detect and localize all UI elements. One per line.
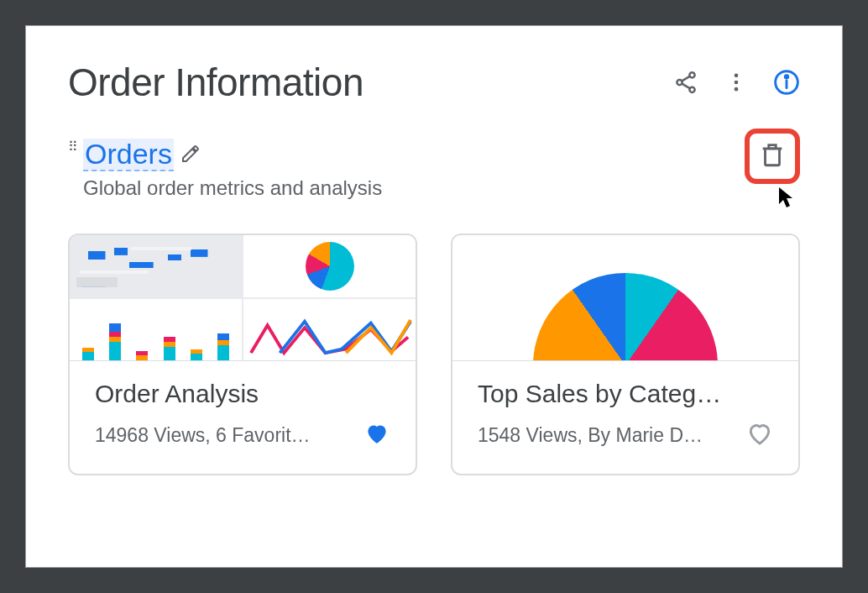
svg-point-10 xyxy=(785,76,787,78)
trash-icon[interactable] xyxy=(758,140,787,172)
svg-line-3 xyxy=(682,76,689,81)
section-header: ⠿ Orders Global order metrics and analys… xyxy=(68,139,800,200)
svg-line-4 xyxy=(682,84,689,89)
section-subtitle: Global order metrics and analysis xyxy=(83,176,382,200)
mouse-cursor-icon xyxy=(776,186,797,213)
info-icon[interactable] xyxy=(773,69,800,96)
header-actions xyxy=(672,69,800,96)
svg-point-5 xyxy=(735,74,739,78)
svg-point-6 xyxy=(735,81,739,85)
card-title: Order Analysis xyxy=(95,380,390,408)
delete-button-highlight xyxy=(745,129,800,184)
card-preview xyxy=(70,235,416,361)
map-thumbnail xyxy=(70,235,242,297)
share-icon[interactable] xyxy=(672,69,699,96)
edit-pencil-icon[interactable] xyxy=(180,144,201,167)
svg-point-1 xyxy=(677,80,682,85)
card-meta: 14968 Views, 6 Favorit… xyxy=(95,424,355,447)
dashboard-card[interactable]: Top Sales by Categ… 1548 Views, By Marie… xyxy=(451,234,800,475)
page-title: Order Information xyxy=(68,60,363,105)
cards-row: Order Analysis 14968 Views, 6 Favorit… xyxy=(68,234,800,475)
pie-thumbnail xyxy=(243,235,416,297)
section-title-input[interactable]: Orders xyxy=(83,139,174,171)
bar-thumbnail xyxy=(70,299,242,361)
heart-outline-icon[interactable] xyxy=(746,420,773,450)
svg-point-0 xyxy=(689,72,694,77)
svg-point-2 xyxy=(689,87,694,92)
card-meta: 1548 Views, By Marie D… xyxy=(478,424,738,447)
main-panel: Order Information xyxy=(25,25,843,568)
dashboard-card[interactable]: Order Analysis 14968 Views, 6 Favorit… xyxy=(68,234,417,475)
more-vert-icon[interactable] xyxy=(723,69,750,96)
half-pie-thumbnail xyxy=(533,273,718,361)
svg-point-7 xyxy=(735,87,739,92)
card-preview xyxy=(452,235,798,361)
heart-filled-icon[interactable] xyxy=(363,420,390,450)
header: Order Information xyxy=(68,60,800,105)
card-title: Top Sales by Categ… xyxy=(478,380,773,408)
sparkline-thumbnail xyxy=(243,299,416,361)
drag-handle-icon[interactable]: ⠿ xyxy=(68,144,76,150)
